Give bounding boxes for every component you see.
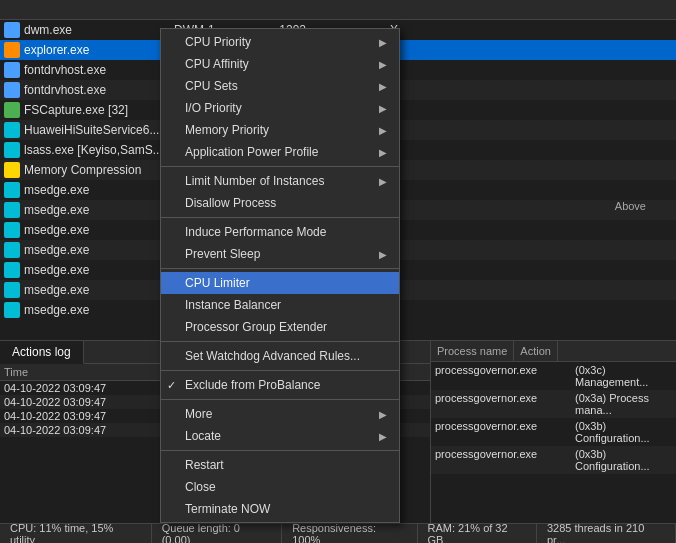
menu-item[interactable]: Application Power Profile ▶ (161, 141, 399, 163)
process-icon (4, 242, 20, 258)
menu-item[interactable]: ✓ Exclude from ProBalance (161, 374, 399, 396)
menu-item-wrap: CPU Limiter (161, 272, 399, 294)
menu-item[interactable]: CPU Affinity ▶ (161, 53, 399, 75)
process-icon (4, 282, 20, 298)
menu-separator (161, 450, 399, 451)
log-time-header: Time (4, 366, 134, 378)
process-icon (4, 222, 20, 238)
process-name-cell: fontdrvhost.exe (24, 63, 174, 77)
menu-item-label: CPU Priority (185, 35, 251, 49)
menu-item-label: Terminate NOW (185, 502, 270, 516)
arrow-right-icon: ▶ (379, 103, 387, 114)
process-icon (4, 42, 20, 58)
menu-item-wrap: Memory Priority ▶ (161, 119, 399, 141)
menu-item-wrap: Application Power Profile ▶ (161, 141, 399, 163)
log-time-cell: 04-10-2022 03:09:47 (4, 396, 134, 408)
menu-item-wrap: Terminate NOW (161, 498, 399, 520)
menu-item[interactable]: Terminate NOW (161, 498, 399, 520)
menu-item[interactable]: Instance Balancer (161, 294, 399, 316)
process-icon (4, 122, 20, 138)
log-time-cell: 04-10-2022 03:09:47 (4, 382, 134, 394)
status-queue: Queue length: 0 (0.00) (152, 524, 282, 543)
right-panel-row[interactable]: processgovernor.exe (0x3b) Configuration… (431, 418, 676, 446)
column-headers (0, 0, 676, 20)
menu-item-label: Processor Group Extender (185, 320, 327, 334)
process-name-cell: msedge.exe (24, 263, 174, 277)
menu-item[interactable]: I/O Priority ▶ (161, 97, 399, 119)
menu-item-wrap: ✓ Exclude from ProBalance (161, 374, 399, 396)
menu-item-wrap: I/O Priority ▶ (161, 97, 399, 119)
process-name-cell: msedge.exe (24, 183, 174, 197)
rp-col-name: Process name (431, 341, 514, 361)
rp-process-name: processgovernor.exe (435, 364, 575, 388)
menu-item-label: Restart (185, 458, 224, 472)
process-name-cell: explorer.exe (24, 43, 174, 57)
menu-item[interactable]: Set Watchdog Advanced Rules... (161, 345, 399, 367)
right-panel: Process name Action processgovernor.exe … (430, 340, 676, 530)
menu-item-wrap: Prevent Sleep ▶ (161, 243, 399, 265)
menu-item-wrap: Disallow Process (161, 192, 399, 214)
menu-item-wrap: CPU Priority ▶ (161, 31, 399, 53)
menu-item[interactable]: CPU Sets ▶ (161, 75, 399, 97)
rp-process-name: processgovernor.exe (435, 392, 575, 416)
process-name-cell: lsass.exe [Keyiso,SamS... (24, 143, 174, 157)
arrow-right-icon: ▶ (379, 37, 387, 48)
menu-item-label: CPU Limiter (185, 276, 250, 290)
rp-process-name: processgovernor.exe (435, 420, 575, 444)
right-panel-row[interactable]: processgovernor.exe (0x3c) Management... (431, 362, 676, 390)
menu-item-wrap: Set Watchdog Advanced Rules... (161, 345, 399, 367)
rp-col-action: Action (514, 341, 558, 361)
menu-item[interactable]: Induce Performance Mode (161, 221, 399, 243)
rp-action-text: (0x3b) Configuration... (575, 448, 672, 472)
menu-item-wrap: Induce Performance Mode (161, 221, 399, 243)
tab-actions-log[interactable]: Actions log (0, 341, 84, 364)
menu-item-label: Locate (185, 429, 221, 443)
right-panel-row[interactable]: processgovernor.exe (0x3b) Configuration… (431, 446, 676, 474)
process-icon (4, 302, 20, 318)
log-time-cell: 04-10-2022 03:09:47 (4, 424, 134, 436)
menu-item-wrap: Restart (161, 454, 399, 476)
process-icon (4, 82, 20, 98)
arrow-right-icon: ▶ (379, 431, 387, 442)
menu-item-label: Limit Number of Instances (185, 174, 324, 188)
rp-process-name: processgovernor.exe (435, 448, 575, 472)
menu-item[interactable]: Locate ▶ (161, 425, 399, 447)
menu-item-label: Memory Priority (185, 123, 269, 137)
process-icon (4, 182, 20, 198)
above-label: Above (615, 200, 646, 212)
menu-item[interactable]: Memory Priority ▶ (161, 119, 399, 141)
process-icon (4, 202, 20, 218)
menu-item-label: Set Watchdog Advanced Rules... (185, 349, 360, 363)
menu-item[interactable]: Processor Group Extender (161, 316, 399, 338)
menu-item-wrap: Limit Number of Instances ▶ (161, 170, 399, 192)
menu-item-label: Instance Balancer (185, 298, 281, 312)
right-panel-row[interactable]: processgovernor.exe (0x3a) Process mana.… (431, 390, 676, 418)
process-name-cell: fontdrvhost.exe (24, 83, 174, 97)
arrow-right-icon: ▶ (379, 59, 387, 70)
menu-item[interactable]: More ▶ (161, 403, 399, 425)
menu-item[interactable]: Prevent Sleep ▶ (161, 243, 399, 265)
status-ram: RAM: 21% of 32 GB (418, 524, 538, 543)
process-name-cell: HuaweiHiSuiteService6... (24, 123, 174, 137)
menu-item-label: Close (185, 480, 216, 494)
menu-item-label: Exclude from ProBalance (185, 378, 320, 392)
menu-item[interactable]: CPU Priority ▶ (161, 31, 399, 53)
menu-item-label: CPU Affinity (185, 57, 249, 71)
menu-item[interactable]: Close (161, 476, 399, 498)
menu-item-wrap: More ▶ (161, 403, 399, 425)
menu-item[interactable]: CPU Limiter (161, 272, 399, 294)
process-icon (4, 162, 20, 178)
process-name-cell: msedge.exe (24, 223, 174, 237)
menu-item-label: Induce Performance Mode (185, 225, 326, 239)
context-menu: CPU Priority ▶ CPU Affinity ▶ CPU Sets ▶… (160, 28, 400, 523)
rp-action-text: (0x3b) Configuration... (575, 420, 672, 444)
menu-item-label: Disallow Process (185, 196, 276, 210)
menu-item[interactable]: Limit Number of Instances ▶ (161, 170, 399, 192)
menu-item[interactable]: Restart (161, 454, 399, 476)
menu-item-label: More (185, 407, 212, 421)
process-name-cell: msedge.exe (24, 243, 174, 257)
menu-item-label: CPU Sets (185, 79, 238, 93)
status-responsiveness: Responsiveness: 100% (282, 524, 417, 543)
status-cpu: CPU: 11% time, 15% utility (0, 524, 152, 543)
menu-item[interactable]: Disallow Process (161, 192, 399, 214)
